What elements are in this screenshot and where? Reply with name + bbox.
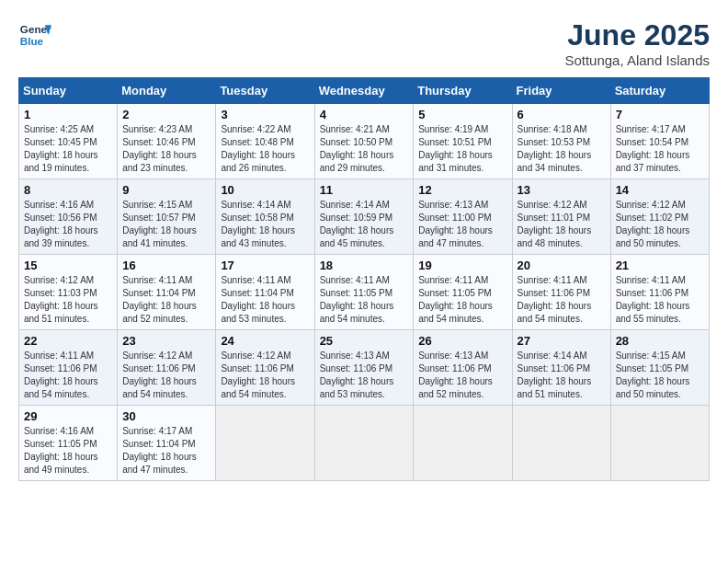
day-number: 16	[122, 259, 210, 272]
day-number: 25	[320, 334, 409, 348]
cell-info: Sunrise: 4:14 AMSunset: 11:06 PMDaylight…	[518, 350, 606, 401]
title-block: June 2025 Sottunga, Aland Islands	[564, 18, 710, 68]
day-number: 19	[418, 259, 506, 272]
day-number: 5	[418, 108, 506, 121]
logo: General Blue	[18, 18, 51, 52]
calendar-week-row: 22Sunrise: 4:11 AMSunset: 11:06 PMDaylig…	[19, 330, 710, 406]
calendar-cell: 23Sunrise: 4:12 AMSunset: 11:06 PMDaylig…	[118, 330, 216, 406]
cell-info: Sunrise: 4:14 AMSunset: 10:59 PMDaylight…	[320, 199, 409, 250]
svg-text:Blue: Blue	[20, 35, 44, 47]
calendar-cell: 17Sunrise: 4:11 AMSunset: 11:04 PMDaylig…	[216, 255, 314, 330]
cell-info: Sunrise: 4:12 AMSunset: 11:02 PMDaylight…	[616, 199, 704, 250]
day-number: 29	[24, 409, 112, 423]
calendar-week-row: 8Sunrise: 4:16 AMSunset: 10:56 PMDayligh…	[19, 179, 710, 255]
calendar-cell: 5Sunrise: 4:19 AMSunset: 10:51 PMDayligh…	[414, 104, 512, 179]
calendar-cell	[610, 406, 709, 481]
cell-info: Sunrise: 4:16 AMSunset: 11:05 PMDaylight…	[24, 425, 112, 477]
cell-info: Sunrise: 4:12 AMSunset: 11:06 PMDaylight…	[221, 350, 309, 401]
calendar-cell: 7Sunrise: 4:17 AMSunset: 10:54 PMDayligh…	[610, 104, 709, 179]
cell-info: Sunrise: 4:19 AMSunset: 10:51 PMDaylight…	[418, 123, 506, 175]
day-number: 4	[320, 108, 409, 121]
calendar-week-row: 29Sunrise: 4:16 AMSunset: 11:05 PMDaylig…	[19, 406, 710, 481]
calendar-cell: 16Sunrise: 4:11 AMSunset: 11:04 PMDaylig…	[118, 255, 216, 330]
calendar-week-row: 15Sunrise: 4:12 AMSunset: 11:03 PMDaylig…	[19, 255, 710, 330]
calendar-cell: 24Sunrise: 4:12 AMSunset: 11:06 PMDaylig…	[216, 330, 314, 406]
day-number: 14	[616, 183, 704, 197]
calendar-cell: 20Sunrise: 4:11 AMSunset: 11:06 PMDaylig…	[512, 255, 610, 330]
month-title: June 2025	[564, 18, 710, 52]
calendar-cell: 13Sunrise: 4:12 AMSunset: 11:01 PMDaylig…	[512, 179, 610, 255]
calendar-cell: 3Sunrise: 4:22 AMSunset: 10:48 PMDayligh…	[216, 104, 314, 179]
cell-info: Sunrise: 4:11 AMSunset: 11:04 PMDaylight…	[122, 274, 210, 326]
cell-info: Sunrise: 4:11 AMSunset: 11:06 PMDaylight…	[518, 274, 606, 326]
cell-info: Sunrise: 4:16 AMSunset: 10:56 PMDaylight…	[24, 199, 112, 250]
calendar-cell: 25Sunrise: 4:13 AMSunset: 11:06 PMDaylig…	[314, 330, 414, 406]
calendar-cell: 30Sunrise: 4:17 AMSunset: 11:04 PMDaylig…	[118, 406, 216, 481]
calendar-cell: 14Sunrise: 4:12 AMSunset: 11:02 PMDaylig…	[610, 179, 709, 255]
calendar-header-row: SundayMondayTuesdayWednesdayThursdayFrid…	[19, 78, 710, 104]
cell-info: Sunrise: 4:25 AMSunset: 10:45 PMDaylight…	[24, 123, 112, 175]
calendar-cell: 12Sunrise: 4:13 AMSunset: 11:00 PMDaylig…	[414, 179, 512, 255]
cell-info: Sunrise: 4:11 AMSunset: 11:05 PMDaylight…	[418, 274, 506, 326]
calendar-cell: 1Sunrise: 4:25 AMSunset: 10:45 PMDayligh…	[19, 104, 118, 179]
day-number: 12	[418, 183, 506, 197]
calendar-cell: 9Sunrise: 4:15 AMSunset: 10:57 PMDayligh…	[118, 179, 216, 255]
calendar-cell: 21Sunrise: 4:11 AMSunset: 11:06 PMDaylig…	[610, 255, 709, 330]
calendar-cell: 4Sunrise: 4:21 AMSunset: 10:50 PMDayligh…	[314, 104, 414, 179]
calendar-table: SundayMondayTuesdayWednesdayThursdayFrid…	[18, 77, 710, 481]
calendar-week-row: 1Sunrise: 4:25 AMSunset: 10:45 PMDayligh…	[19, 104, 710, 179]
day-number: 3	[221, 108, 309, 121]
calendar-cell	[414, 406, 512, 481]
day-number: 13	[518, 183, 606, 197]
day-number: 7	[616, 108, 704, 121]
calendar-cell: 28Sunrise: 4:15 AMSunset: 11:05 PMDaylig…	[610, 330, 709, 406]
day-header-wednesday: Wednesday	[314, 78, 414, 104]
day-number: 26	[418, 334, 506, 348]
day-number: 11	[320, 183, 409, 197]
cell-info: Sunrise: 4:12 AMSunset: 11:06 PMDaylight…	[122, 350, 210, 401]
calendar-cell: 2Sunrise: 4:23 AMSunset: 10:46 PMDayligh…	[118, 104, 216, 179]
location-subtitle: Sottunga, Aland Islands	[564, 52, 710, 68]
calendar-cell: 22Sunrise: 4:11 AMSunset: 11:06 PMDaylig…	[19, 330, 118, 406]
day-number: 8	[24, 183, 112, 197]
day-number: 20	[518, 259, 606, 272]
calendar-cell: 8Sunrise: 4:16 AMSunset: 10:56 PMDayligh…	[19, 179, 118, 255]
calendar-cell: 26Sunrise: 4:13 AMSunset: 11:06 PMDaylig…	[414, 330, 512, 406]
cell-info: Sunrise: 4:12 AMSunset: 11:01 PMDaylight…	[518, 199, 606, 250]
page-header: General Blue June 2025 Sottunga, Aland I…	[18, 18, 710, 68]
calendar-cell: 6Sunrise: 4:18 AMSunset: 10:53 PMDayligh…	[512, 104, 610, 179]
logo-icon: General Blue	[18, 18, 51, 52]
day-header-sunday: Sunday	[19, 78, 118, 104]
day-number: 30	[122, 409, 210, 423]
day-header-monday: Monday	[118, 78, 216, 104]
cell-info: Sunrise: 4:11 AMSunset: 11:05 PMDaylight…	[320, 274, 409, 326]
day-number: 24	[221, 334, 309, 348]
cell-info: Sunrise: 4:22 AMSunset: 10:48 PMDaylight…	[221, 123, 309, 175]
calendar-cell: 19Sunrise: 4:11 AMSunset: 11:05 PMDaylig…	[414, 255, 512, 330]
day-header-thursday: Thursday	[414, 78, 512, 104]
cell-info: Sunrise: 4:11 AMSunset: 11:06 PMDaylight…	[24, 350, 112, 401]
calendar-cell: 27Sunrise: 4:14 AMSunset: 11:06 PMDaylig…	[512, 330, 610, 406]
calendar-cell: 18Sunrise: 4:11 AMSunset: 11:05 PMDaylig…	[314, 255, 414, 330]
day-number: 2	[122, 108, 210, 121]
day-header-tuesday: Tuesday	[216, 78, 314, 104]
day-number: 10	[221, 183, 309, 197]
cell-info: Sunrise: 4:14 AMSunset: 10:58 PMDaylight…	[221, 199, 309, 250]
day-header-friday: Friday	[512, 78, 610, 104]
cell-info: Sunrise: 4:13 AMSunset: 11:00 PMDaylight…	[418, 199, 506, 250]
calendar-cell: 10Sunrise: 4:14 AMSunset: 10:58 PMDaylig…	[216, 179, 314, 255]
day-header-saturday: Saturday	[610, 78, 709, 104]
calendar-cell: 15Sunrise: 4:12 AMSunset: 11:03 PMDaylig…	[19, 255, 118, 330]
day-number: 22	[24, 334, 112, 348]
calendar-cell: 29Sunrise: 4:16 AMSunset: 11:05 PMDaylig…	[19, 406, 118, 481]
cell-info: Sunrise: 4:17 AMSunset: 10:54 PMDaylight…	[616, 123, 704, 175]
day-number: 27	[518, 334, 606, 348]
calendar-cell	[216, 406, 314, 481]
cell-info: Sunrise: 4:15 AMSunset: 11:05 PMDaylight…	[616, 350, 704, 401]
day-number: 15	[24, 259, 112, 272]
day-number: 18	[320, 259, 409, 272]
day-number: 28	[616, 334, 704, 348]
cell-info: Sunrise: 4:13 AMSunset: 11:06 PMDaylight…	[320, 350, 409, 401]
day-number: 6	[518, 108, 606, 121]
day-number: 1	[24, 108, 112, 121]
